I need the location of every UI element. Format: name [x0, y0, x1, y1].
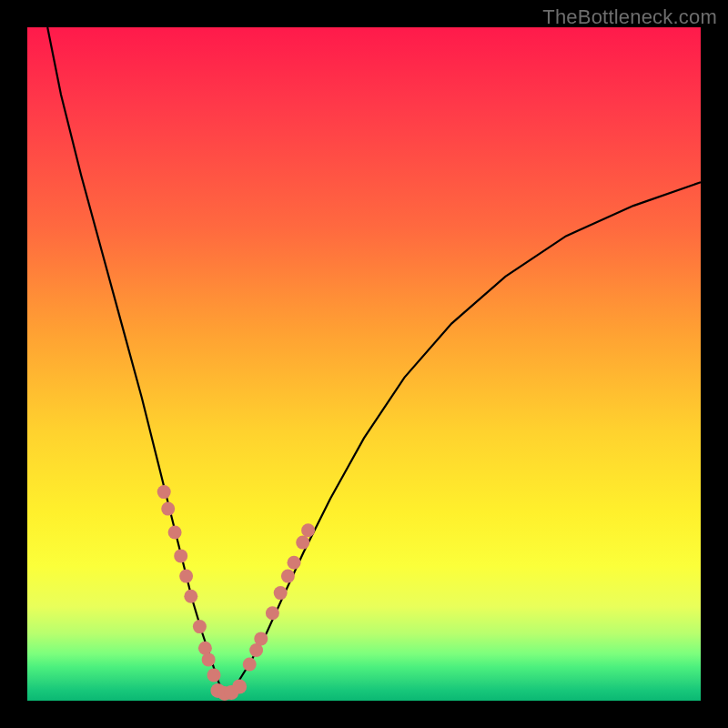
data-marker: [161, 502, 175, 516]
data-marker: [301, 523, 315, 537]
curve-svg: [27, 27, 701, 701]
plot-area: [27, 27, 701, 701]
data-marker: [184, 590, 197, 603]
data-marker: [254, 632, 268, 645]
data-marker: [168, 526, 182, 540]
markers-bottom: [210, 680, 247, 701]
data-marker: [243, 658, 257, 672]
data-marker: [174, 549, 187, 562]
data-marker: [266, 606, 279, 620]
data-marker: [296, 536, 309, 550]
data-marker: [281, 570, 295, 583]
data-marker: [198, 642, 212, 655]
data-marker: [202, 652, 216, 666]
data-marker: [193, 620, 207, 633]
data-marker: [288, 556, 301, 570]
data-marker: [157, 485, 171, 499]
data-marker: [274, 586, 288, 600]
markers-right: [243, 523, 315, 671]
bottleneck-curve: [47, 27, 701, 693]
data-marker: [179, 570, 193, 583]
chart-frame: TheBottleneck.com: [0, 0, 728, 728]
data-marker: [232, 680, 247, 694]
watermark-text: TheBottleneck.com: [542, 5, 717, 29]
data-marker: [207, 668, 221, 682]
